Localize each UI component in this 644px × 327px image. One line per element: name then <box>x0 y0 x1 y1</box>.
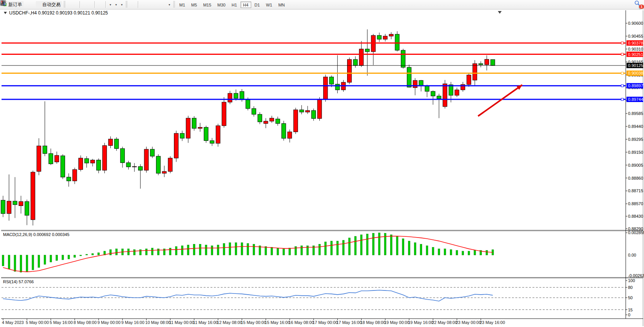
hline-handle[interactable] <box>621 42 623 44</box>
candle-48 <box>288 132 292 138</box>
candle-15 <box>91 160 95 163</box>
candle-65 <box>389 34 393 36</box>
candle-28 <box>168 158 172 171</box>
candle-13 <box>78 158 83 169</box>
macd-histogram-bar <box>38 255 40 268</box>
macd-histogram-bar <box>289 248 291 255</box>
candle-19 <box>115 139 119 148</box>
macd-histogram-bar <box>223 243 225 255</box>
price-tick-label: 0.89005 <box>628 163 643 167</box>
macd-histogram-bar <box>277 248 279 255</box>
candle-61 <box>365 49 370 52</box>
macd-histogram-bar <box>14 255 16 271</box>
macd-histogram-bar <box>50 255 52 262</box>
rsi-level-label: 100 <box>628 278 635 283</box>
hline-price-text: 0.89897 <box>628 83 643 88</box>
price-tick-label: 0.90310 <box>628 47 643 51</box>
price-tick-label: 0.88570 <box>628 201 643 206</box>
macd-histogram-bar <box>26 255 28 271</box>
chart-symbol-title: USDCHF-,H4 0.90192 0.90193 0.90121 0.901… <box>9 10 108 16</box>
macd-histogram-bar <box>450 250 452 255</box>
time-label: 17 May 16:00 <box>336 320 362 325</box>
hline-price-text: 0.90038 <box>628 71 643 75</box>
candle-7 <box>43 146 47 153</box>
candle-30 <box>180 133 184 138</box>
candle-54 <box>324 77 328 99</box>
macd-histogram-bar <box>68 255 70 259</box>
hline-handle[interactable] <box>621 98 623 100</box>
candle-6 <box>37 146 41 171</box>
macd-histogram-bar <box>367 234 368 255</box>
candle-63 <box>377 35 381 39</box>
macd-histogram-bar <box>414 242 416 255</box>
candle-10 <box>61 156 65 177</box>
hline-handle[interactable] <box>621 53 623 56</box>
macd-histogram-bar <box>396 236 398 255</box>
candle-20 <box>120 148 124 163</box>
time-label: 4 May 2023 <box>2 320 24 325</box>
candle-39 <box>234 93 238 98</box>
macd-histogram-bar <box>211 246 213 255</box>
candle-53 <box>317 99 322 118</box>
candle-67 <box>401 50 405 67</box>
chart-canvas[interactable]: 0.906000.904550.903100.901650.900200.898… <box>0 0 644 327</box>
candle-40 <box>240 91 244 100</box>
macd-histogram-bar <box>271 247 273 255</box>
candle-18 <box>108 139 113 145</box>
macd-histogram-bar <box>456 250 458 255</box>
macd-histogram-bar <box>378 233 380 255</box>
price-tick-label: 0.90600 <box>628 21 643 26</box>
candle-32 <box>192 118 196 128</box>
rsi-level-label: 0 <box>628 313 630 317</box>
macd-histogram-bar <box>343 240 344 255</box>
macd-histogram-bar <box>110 250 112 255</box>
candle-11 <box>67 177 71 181</box>
rsi-level-label: 50 <box>628 295 633 300</box>
candle-58 <box>348 59 352 82</box>
macd-histogram-bar <box>134 250 135 255</box>
rsi-title: RSI(14) 57.0766 <box>3 279 34 284</box>
price-tick-label: 0.88715 <box>628 188 643 193</box>
candle-26 <box>156 156 160 173</box>
macd-histogram-bar <box>32 255 34 270</box>
macd-histogram-bar <box>468 251 470 255</box>
macd-histogram-bar <box>193 244 195 255</box>
candle-36 <box>216 126 220 143</box>
hline-handle[interactable] <box>621 85 623 87</box>
hline-price-text: 0.90378 <box>628 41 643 45</box>
macd-histogram-bar <box>426 246 428 255</box>
candle-49 <box>293 110 298 132</box>
candle-34 <box>204 127 208 140</box>
macd-histogram-bar <box>175 246 177 255</box>
candle-17 <box>102 145 107 170</box>
macd-histogram-bar <box>390 235 392 255</box>
price-tick-label: 0.90455 <box>628 34 643 38</box>
macd-histogram-bar <box>151 248 153 255</box>
candle-70 <box>419 80 423 86</box>
macd-histogram-bar <box>265 246 267 255</box>
candle-5 <box>31 172 35 220</box>
macd-histogram-bar <box>325 242 327 255</box>
macd-histogram-bar <box>253 244 255 255</box>
candle-82 <box>491 59 495 65</box>
candle-14 <box>84 159 89 163</box>
candle-22 <box>132 166 137 167</box>
candle-56 <box>335 84 340 90</box>
macd-histogram-bar <box>438 249 440 255</box>
macd-histogram-bar <box>330 241 332 255</box>
rsi-level-label: 80 <box>628 285 633 290</box>
time-label: 17 May 00:00 <box>312 320 338 325</box>
candle-0 <box>1 200 5 214</box>
candle-41 <box>246 100 250 108</box>
time-label: 10 May 08:00 <box>145 320 171 325</box>
macd-max-label: 0.002855 <box>628 230 644 235</box>
candle-45 <box>270 118 274 121</box>
macd-histogram-bar <box>169 248 171 255</box>
macd-histogram-bar <box>187 245 189 255</box>
candle-47 <box>282 123 286 138</box>
price-tick-label: 0.89150 <box>628 150 643 155</box>
candle-1 <box>7 201 11 214</box>
candle-44 <box>264 121 268 123</box>
hline-handle[interactable] <box>621 72 623 74</box>
macd-histogram-bar <box>62 255 64 260</box>
